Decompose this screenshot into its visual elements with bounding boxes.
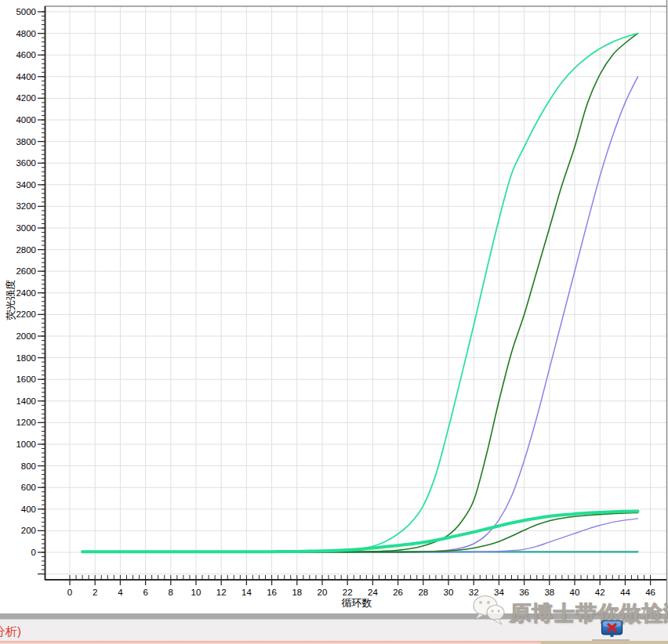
y-tick-label: 3000 <box>16 223 36 233</box>
amplification-chart[interactable]: 0200400600800100012001400160018002000220… <box>0 0 668 610</box>
x-tick-label: 4 <box>118 588 123 597</box>
qpcr-app-window: 0200400600800100012001400160018002000220… <box>0 0 668 644</box>
amplification-chart-panel: 0200400600800100012001400160018002000220… <box>0 0 668 610</box>
y-tick-label: 1200 <box>16 418 36 427</box>
x-axis-title: 循环数 <box>310 596 404 610</box>
x-tick-label: 8 <box>169 588 173 597</box>
bottom-strip-right <box>541 641 668 644</box>
status-text: 分析) <box>0 624 21 639</box>
y-tick-label: 2800 <box>16 245 36 255</box>
y-tick-label: 2400 <box>16 288 36 298</box>
y-tick-label: 4000 <box>16 115 36 125</box>
x-tick-label: 18 <box>292 588 302 597</box>
series-curve-thick-spring-green <box>82 511 637 552</box>
y-tick-label: 800 <box>21 461 36 471</box>
y-tick-label: 4200 <box>16 93 36 103</box>
y-tick-label: 2200 <box>16 309 36 319</box>
x-tick-label: 14 <box>241 588 252 597</box>
watermark: 原博士带你做检测 <box>469 592 668 630</box>
wechat-icon <box>469 592 510 630</box>
bottom-strip-left <box>0 641 541 644</box>
x-tick-label: 16 <box>267 588 277 597</box>
y-tick-label: 0 <box>31 548 36 557</box>
y-tick-label: 200 <box>21 526 36 535</box>
y-tick-label: 400 <box>21 505 36 514</box>
y-tick-label: 2600 <box>16 266 36 276</box>
x-tick-label: 2 <box>93 588 97 597</box>
x-tick-label: 12 <box>216 588 227 597</box>
x-tick-label: 28 <box>418 588 428 597</box>
x-tick-label: 30 <box>444 588 454 597</box>
watermark-text: 原博士带你做检测 <box>510 599 668 628</box>
y-tick-label: 4400 <box>16 72 36 81</box>
y-tick-label: 600 <box>21 483 36 492</box>
y-tick-label: 3600 <box>16 158 36 168</box>
y-tick-label: 3400 <box>16 180 36 190</box>
series-curve-low-dark-green <box>82 512 637 552</box>
y-tick-label: 3200 <box>16 201 36 211</box>
y-tick-label: 3800 <box>16 137 36 147</box>
y-tick-label: 2000 <box>16 331 36 341</box>
y-tick-label: 1800 <box>16 353 36 363</box>
series-curve-low-violet <box>82 519 637 552</box>
x-tick-label: 0 <box>67 588 72 597</box>
y-tick-label: 5000 <box>16 7 36 16</box>
y-tick-label: 4600 <box>16 50 36 60</box>
monitor-error-icon[interactable] <box>601 620 624 639</box>
x-tick-label: 6 <box>143 588 147 597</box>
y-tick-label: 1600 <box>16 374 36 384</box>
y-tick-label: 1000 <box>16 440 36 449</box>
y-tick-label: 4800 <box>16 29 36 38</box>
y-tick-label: 1400 <box>16 396 36 406</box>
monitor-icon-underline <box>592 639 630 641</box>
y-axis-title: 荧光强度 <box>4 262 18 338</box>
x-tick-label: 10 <box>191 588 201 597</box>
